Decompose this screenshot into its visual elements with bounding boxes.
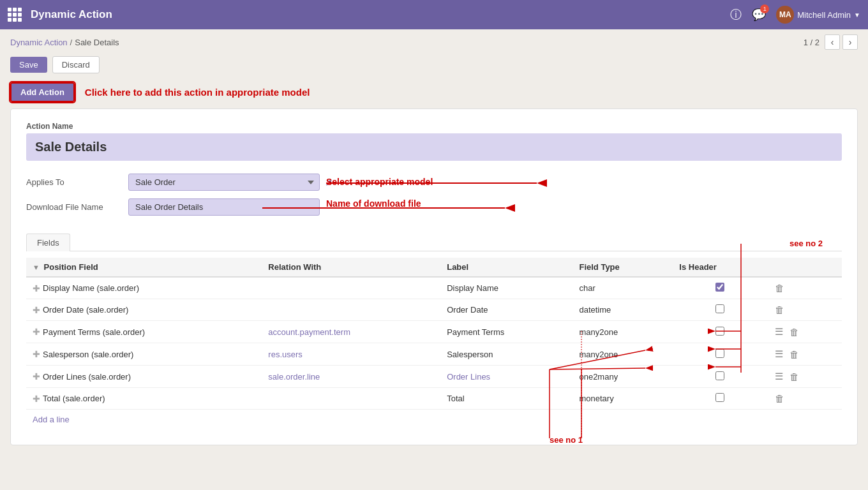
field-type-cell: one2many	[572, 366, 673, 388]
is-header-checkbox[interactable]	[715, 304, 724, 313]
chat-icon-wrapper[interactable]: 💬 1	[752, 8, 766, 22]
is-header-cell	[673, 321, 767, 343]
is-header-checkbox[interactable]	[715, 327, 724, 336]
save-button[interactable]: Save	[10, 57, 47, 73]
avatar: MA	[776, 6, 794, 24]
row-actions-cell: ☰🗑	[767, 343, 842, 366]
field-type-cell: char	[572, 277, 673, 299]
user-menu[interactable]: MA Mitchell Admin ▼	[776, 6, 860, 24]
drag-handle[interactable]: ✚	[33, 394, 40, 404]
table-row: ✚Payment Terms (sale.order)account.payme…	[26, 321, 842, 343]
row-actions-cell: 🗑	[767, 388, 842, 410]
field-type-cell: many2one	[572, 343, 673, 366]
add-action-row: Add Action Click here to add this action…	[0, 78, 868, 108]
help-icon[interactable]: ⓘ	[730, 7, 742, 22]
label-cell: Salesperson	[440, 343, 572, 366]
relation-link[interactable]: sale.order.line	[268, 372, 320, 382]
is-header-checkbox[interactable]	[715, 393, 724, 402]
table-row: ✚Total (sale.order)Totalmonetary🗑	[26, 388, 842, 410]
grid-menu-icon[interactable]	[8, 8, 22, 22]
col-label: Label	[440, 258, 572, 277]
row-actions-cell: ☰🗑	[767, 321, 842, 343]
list-view-button[interactable]: ☰	[774, 369, 784, 383]
relation-with-cell	[262, 299, 440, 321]
applies-to-select[interactable]: Sale Order	[128, 174, 320, 191]
field-type-cell: many2one	[572, 321, 673, 343]
position-field-cell: ✚Payment Terms (sale.order)	[26, 321, 262, 343]
order-lines-link[interactable]: Order Lines	[447, 372, 490, 382]
list-view-button[interactable]: ☰	[774, 325, 784, 339]
drag-handle[interactable]: ✚	[33, 283, 40, 293]
position-field-cell: ✚Salesperson (sale.order)	[26, 343, 262, 366]
pagination: 1 / 2 ‹ ›	[804, 34, 858, 50]
position-field-cell: ✚Order Lines (sale.order)	[26, 366, 262, 388]
pagination-next-button[interactable]: ›	[842, 34, 858, 50]
table-row: ✚Salesperson (sale.order)res.usersSalesp…	[26, 343, 842, 366]
position-field-cell: ✚Total (sale.order)	[26, 388, 262, 410]
col-relation-with: Relation With	[262, 258, 440, 277]
breadcrumb: Dynamic Action / Sale Details	[10, 38, 119, 47]
delete-row-button[interactable]: 🗑	[774, 303, 786, 316]
topbar-left: Dynamic Action	[8, 8, 112, 22]
topbar: Dynamic Action ⓘ 💬 1 MA Mitchell Admin ▼	[0, 0, 868, 29]
label-cell: Order Lines	[440, 366, 572, 388]
relation-with-cell: sale.order.line	[262, 366, 440, 388]
table-row: ✚Display Name (sale.order)Display Namech…	[26, 277, 842, 299]
form-card: Action Name Sale Details Applies To Sale…	[10, 108, 858, 445]
pagination-prev-button[interactable]: ‹	[825, 34, 840, 50]
drag-handle[interactable]: ✚	[33, 349, 40, 359]
sort-icon: ▼	[33, 264, 40, 271]
discard-button[interactable]: Discard	[52, 56, 100, 73]
user-name: Mitchell Admin	[797, 10, 851, 20]
delete-row-button[interactable]: 🗑	[788, 348, 800, 361]
applies-to-label: Applies To	[26, 177, 122, 187]
col-field-type: Field Type	[572, 258, 673, 277]
is-header-checkbox[interactable]	[715, 283, 724, 292]
action-buttons-row: Save Discard	[0, 52, 868, 78]
download-file-row: Download File Name Name of download file	[26, 198, 842, 216]
table-row: ✚Order Lines (sale.order)sale.order.line…	[26, 366, 842, 388]
see-no-2-label: see no 2	[789, 239, 823, 248]
app-title: Dynamic Action	[31, 8, 112, 21]
field-type-cell: monetary	[572, 388, 673, 410]
annotation-filename: Name of download file	[326, 198, 421, 209]
delete-row-button[interactable]: 🗑	[788, 370, 800, 383]
download-file-input-wrap: Name of download file	[128, 198, 320, 216]
breadcrumb-bar: Dynamic Action / Sale Details 1 / 2 ‹ ›	[0, 29, 868, 52]
tab-fields[interactable]: Fields	[26, 234, 70, 251]
label-cell: Payment Terms	[440, 321, 572, 343]
table-row: ✚Order Date (sale.order)Order Datedateti…	[26, 299, 842, 321]
download-file-label: Download File Name	[26, 202, 122, 212]
row-actions-cell: ☰🗑	[767, 366, 842, 388]
chat-badge-count: 1	[760, 4, 769, 13]
drag-handle[interactable]: ✚	[33, 371, 40, 382]
is-header-cell	[673, 299, 767, 321]
add-action-hint: Click here to add this action in appropr…	[85, 87, 310, 98]
user-dropdown-icon[interactable]: ▼	[854, 11, 860, 19]
col-is-header: Is Header	[673, 258, 767, 277]
pagination-info: 1 / 2	[804, 38, 819, 47]
topbar-right: ⓘ 💬 1 MA Mitchell Admin ▼	[730, 6, 860, 24]
is-header-checkbox[interactable]	[715, 371, 724, 380]
is-header-cell	[673, 277, 767, 299]
position-field-cell: ✚Order Date (sale.order)	[26, 299, 262, 321]
breadcrumb-parent[interactable]: Dynamic Action	[10, 38, 68, 47]
relation-with-cell: account.payment.term	[262, 321, 440, 343]
delete-row-button[interactable]: 🗑	[774, 392, 786, 405]
drag-handle[interactable]: ✚	[33, 305, 40, 315]
delete-row-button[interactable]: 🗑	[788, 325, 800, 339]
relation-with-cell	[262, 388, 440, 410]
relation-link[interactable]: account.payment.term	[268, 327, 350, 337]
svg-text:see no 1: see no 1	[550, 435, 583, 445]
field-type-cell: datetime	[572, 299, 673, 321]
add-line-button[interactable]: Add a line	[26, 410, 76, 429]
list-view-button[interactable]: ☰	[774, 347, 784, 361]
row-actions-cell: 🗑	[767, 277, 842, 299]
is-header-checkbox[interactable]	[715, 349, 724, 358]
delete-row-button[interactable]: 🗑	[774, 281, 786, 295]
table-header-row: ▼ Position Field Relation With Label Fie…	[26, 258, 842, 277]
drag-handle[interactable]: ✚	[33, 327, 40, 337]
is-header-cell	[673, 366, 767, 388]
add-action-button[interactable]: Add Action	[10, 82, 75, 102]
relation-link[interactable]: res.users	[268, 350, 302, 359]
